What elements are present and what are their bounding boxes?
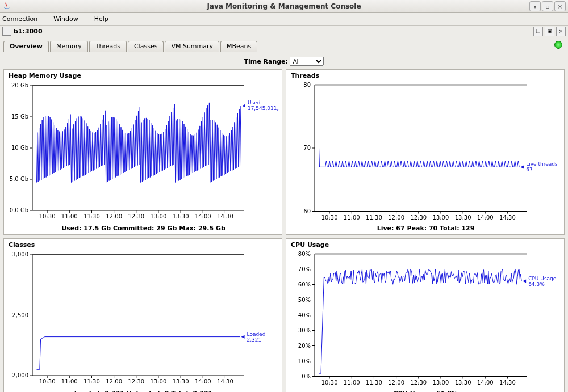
svg-text:11:30: 11:30 bbox=[366, 380, 382, 386]
time-range-select[interactable]: All bbox=[290, 57, 324, 66]
svg-text:80%: 80% bbox=[298, 251, 311, 257]
svg-text:13:00: 13:00 bbox=[433, 214, 449, 221]
svg-text:40%: 40% bbox=[298, 312, 311, 318]
svg-text:13:30: 13:30 bbox=[455, 214, 471, 221]
internal-close-button[interactable]: × bbox=[556, 27, 566, 36]
classes-chart: 2,0002,5003,00010:3011:0011:3012:0012:30… bbox=[7, 250, 279, 389]
menu-connection[interactable]: Connection bbox=[2, 15, 45, 23]
svg-text:Used: Used bbox=[248, 100, 261, 106]
svg-text:14:00: 14:00 bbox=[195, 213, 211, 220]
close-button[interactable]: × bbox=[554, 1, 566, 11]
svg-marker-61 bbox=[520, 165, 524, 168]
svg-text:11:00: 11:00 bbox=[344, 214, 360, 221]
tab-vm-summary[interactable]: VM Summary bbox=[165, 41, 219, 52]
svg-text:12:00: 12:00 bbox=[388, 380, 404, 386]
svg-text:3,000: 3,000 bbox=[12, 251, 28, 258]
svg-text:11:30: 11:30 bbox=[366, 214, 382, 221]
svg-text:12:30: 12:30 bbox=[128, 213, 144, 220]
svg-text:15 Gb: 15 Gb bbox=[11, 113, 28, 120]
svg-marker-31 bbox=[242, 104, 245, 107]
tab-overview[interactable]: Overview bbox=[3, 41, 49, 52]
svg-text:60%: 60% bbox=[298, 281, 311, 288]
svg-text:20 Gb: 20 Gb bbox=[11, 82, 28, 88]
svg-text:11:30: 11:30 bbox=[83, 213, 100, 220]
classes-footer: Loaded: 2,321 Unloaded: 0 Total: 2,321 bbox=[7, 389, 279, 392]
svg-text:20%: 20% bbox=[298, 343, 311, 349]
svg-text:0%: 0% bbox=[302, 373, 311, 380]
classes-title: Classes bbox=[7, 240, 279, 250]
svg-text:13:00: 13:00 bbox=[151, 378, 167, 385]
connection-status-icon bbox=[554, 41, 562, 49]
svg-text:30%: 30% bbox=[298, 327, 311, 334]
menu-help[interactable]: Help bbox=[94, 15, 116, 23]
heap-chart: 0.0 Gb5.0 Gb10 Gb15 Gb20 Gb10:3011:0011:… bbox=[7, 81, 279, 224]
svg-text:CPU Usage: CPU Usage bbox=[528, 276, 557, 281]
maximize-button[interactable]: ▫ bbox=[542, 1, 553, 11]
svg-text:13:00: 13:00 bbox=[433, 380, 449, 386]
svg-text:13:00: 13:00 bbox=[151, 213, 167, 220]
svg-text:14:00: 14:00 bbox=[477, 214, 494, 221]
window-title: Java Monitoring & Management Console bbox=[0, 2, 568, 10]
connection-icon bbox=[2, 27, 11, 36]
time-range-row: Time Range: All bbox=[3, 54, 565, 69]
menubar: Connection Window Help bbox=[0, 13, 568, 26]
tab-memory[interactable]: Memory bbox=[50, 41, 88, 52]
svg-text:12:30: 12:30 bbox=[128, 378, 144, 385]
threads-chart: 60708010:3011:0011:3012:0012:3013:0013:3… bbox=[290, 81, 562, 224]
cpu-chart: 0%10%20%30%40%50%60%70%80%10:3011:0011:3… bbox=[290, 250, 562, 389]
svg-text:14:00: 14:00 bbox=[477, 380, 494, 386]
classes-panel: Classes 2,0002,5003,00010:3011:0011:3012… bbox=[3, 238, 282, 392]
window-titlebar: Java Monitoring & Management Console ▾ ▫… bbox=[0, 0, 568, 13]
heap-panel: Heap Memory Usage 0.0 Gb5.0 Gb10 Gb15 Gb… bbox=[3, 69, 282, 235]
tab-bar: Overview Memory Threads Classes VM Summa… bbox=[0, 37, 568, 52]
svg-text:14:00: 14:00 bbox=[195, 378, 211, 385]
svg-text:12:30: 12:30 bbox=[410, 380, 427, 386]
svg-text:11:00: 11:00 bbox=[344, 380, 360, 386]
minimize-button[interactable]: ▾ bbox=[529, 1, 541, 11]
svg-text:0.0 Gb: 0.0 Gb bbox=[10, 207, 28, 213]
tab-mbeans[interactable]: MBeans bbox=[220, 41, 257, 52]
internal-maximize-button[interactable]: ▣ bbox=[545, 27, 554, 36]
svg-text:50%: 50% bbox=[298, 297, 311, 303]
svg-text:12:30: 12:30 bbox=[410, 214, 427, 221]
svg-text:13:30: 13:30 bbox=[173, 213, 189, 220]
threads-title: Threads bbox=[290, 71, 562, 81]
content-area: Time Range: All Heap Memory Usage 0.0 Gb… bbox=[0, 52, 568, 392]
internal-restore-button[interactable]: ❐ bbox=[533, 27, 543, 36]
svg-text:5.0 Gb: 5.0 Gb bbox=[10, 176, 28, 182]
svg-text:Live threads: Live threads bbox=[526, 161, 558, 167]
svg-text:2,000: 2,000 bbox=[12, 372, 28, 378]
svg-text:14:30: 14:30 bbox=[217, 213, 233, 220]
svg-text:13:30: 13:30 bbox=[173, 378, 189, 385]
threads-panel: Threads 60708010:3011:0011:3012:0012:301… bbox=[286, 69, 565, 235]
svg-text:10:30: 10:30 bbox=[321, 214, 338, 221]
svg-text:10:30: 10:30 bbox=[39, 378, 56, 385]
internal-frame-bar: b1:3000 ❐ ▣ × bbox=[0, 26, 568, 37]
tab-classes[interactable]: Classes bbox=[128, 41, 164, 52]
cpu-title: CPU Usage bbox=[290, 240, 562, 250]
cpu-footer: CPU Usage: 61.8% bbox=[290, 389, 562, 392]
internal-frame-title: b1:3000 bbox=[14, 28, 43, 35]
svg-text:13:30: 13:30 bbox=[455, 380, 471, 386]
svg-text:12:00: 12:00 bbox=[106, 378, 122, 385]
svg-text:11:00: 11:00 bbox=[61, 213, 78, 220]
svg-text:14:30: 14:30 bbox=[499, 214, 516, 221]
menu-window[interactable]: Window bbox=[53, 15, 86, 23]
svg-text:10%: 10% bbox=[298, 358, 311, 364]
svg-text:2,500: 2,500 bbox=[12, 312, 28, 318]
tab-threads[interactable]: Threads bbox=[89, 41, 127, 52]
svg-text:14:30: 14:30 bbox=[217, 378, 233, 385]
svg-text:2,321: 2,321 bbox=[247, 337, 262, 343]
heap-footer: Used: 17.5 Gb Committed: 29 Gb Max: 29.5… bbox=[7, 224, 279, 232]
svg-marker-91 bbox=[241, 335, 245, 339]
svg-text:70%: 70% bbox=[298, 266, 311, 272]
cpu-panel: CPU Usage 0%10%20%30%40%50%60%70%80%10:3… bbox=[286, 238, 565, 392]
svg-text:Loaded: Loaded bbox=[247, 331, 266, 337]
svg-text:80: 80 bbox=[303, 82, 311, 88]
svg-text:70: 70 bbox=[303, 145, 311, 151]
svg-text:64.3%: 64.3% bbox=[528, 281, 545, 287]
svg-text:10 Gb: 10 Gb bbox=[11, 145, 28, 151]
svg-text:10:30: 10:30 bbox=[39, 213, 56, 220]
svg-text:14:30: 14:30 bbox=[499, 380, 516, 386]
svg-text:10:30: 10:30 bbox=[321, 380, 338, 386]
